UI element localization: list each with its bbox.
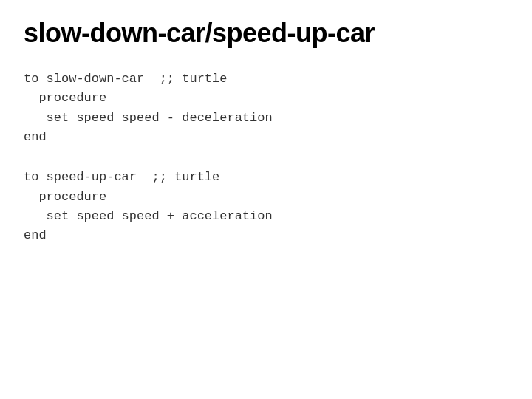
- code-section-2: to speed-up-car ;; turtle procedure set …: [24, 168, 508, 245]
- page-container: slow-down-car/speed-up-car to slow-down-…: [0, 0, 532, 399]
- code-section-1: to slow-down-car ;; turtle procedure set…: [24, 69, 508, 147]
- code-block-1: to slow-down-car ;; turtle procedure set…: [24, 69, 508, 147]
- code-block-2: to speed-up-car ;; turtle procedure set …: [24, 168, 508, 245]
- page-title: slow-down-car/speed-up-car: [24, 18, 508, 49]
